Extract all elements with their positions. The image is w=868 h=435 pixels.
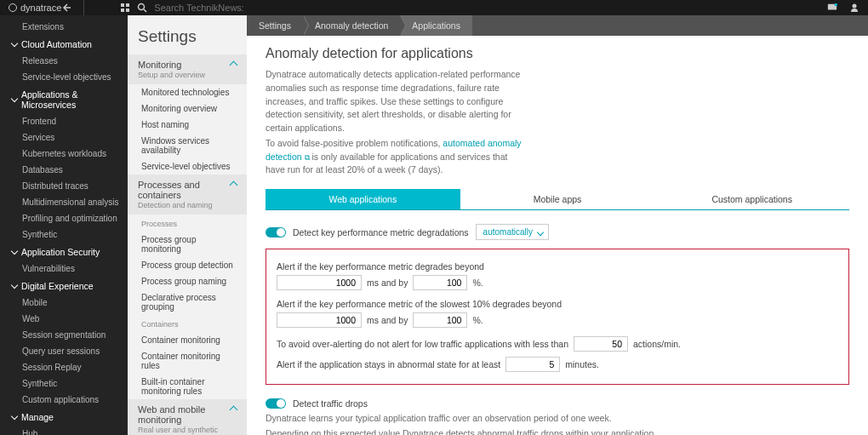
input-minutes[interactable] — [505, 357, 560, 372]
user-icon[interactable] — [849, 3, 859, 13]
search-icon[interactable] — [137, 3, 147, 13]
drops-desc1: Dynatrace learns your typical applicatio… — [266, 412, 849, 426]
nav-item[interactable]: Kubernetes workloads — [0, 146, 128, 162]
svg-line-5 — [144, 9, 146, 12]
subnav-item[interactable]: Built-in container monitoring rules — [128, 374, 247, 399]
subnav-item[interactable]: Process group naming — [128, 273, 247, 289]
label-drops: Detect traffic drops — [293, 398, 368, 409]
back-icon[interactable] — [61, 3, 71, 13]
nav-item[interactable]: Web — [0, 311, 128, 327]
tab-web[interactable]: Web applications — [266, 189, 460, 209]
subnav-item[interactable]: Process group detection — [128, 257, 247, 273]
drops-desc2: Depending on this expected value Dynatra… — [266, 427, 849, 435]
subnav-section-head: Processes — [128, 215, 247, 232]
nav-item[interactable]: Releases — [0, 53, 128, 69]
svg-point-7 — [835, 3, 837, 6]
crumb-applications[interactable]: Applications — [400, 15, 472, 36]
label-kpm: Detect key performance metric degradatio… — [293, 227, 469, 238]
nav-item[interactable]: Multidimensional analysis — [0, 194, 128, 210]
nav-item[interactable]: Frontend — [0, 113, 128, 129]
nav-group[interactable]: Applications & Microservices — [0, 85, 128, 113]
primary-nav: Extensions Cloud AutomationReleasesServi… — [0, 15, 128, 435]
nav-item[interactable]: Services — [0, 129, 128, 146]
input-pct2[interactable] — [413, 312, 467, 328]
subnav-item[interactable]: Service-level objectives — [128, 158, 247, 175]
chevron-down-icon — [12, 247, 17, 257]
chevron-down-icon — [12, 94, 17, 105]
alert2-label: Alert if the key performance metric of t… — [277, 299, 562, 309]
select-kpm-mode[interactable]: automatically — [476, 224, 549, 240]
subnav-group[interactable]: Web and mobile monitoringReal user and s… — [128, 399, 247, 435]
subnav-section-head: Containers — [128, 315, 247, 332]
nav-item[interactable]: Session Replay — [0, 359, 128, 375]
app-tabs: Web applications Mobile apps Custom appl… — [266, 189, 849, 210]
chat-icon[interactable] — [827, 3, 837, 13]
svg-rect-2 — [121, 9, 124, 12]
input-ms2[interactable] — [277, 312, 362, 328]
tab-custom[interactable]: Custom applications — [654, 189, 849, 209]
crumb-anomaly[interactable]: Anomaly detection — [303, 15, 400, 36]
svg-rect-3 — [126, 9, 129, 12]
nav-item[interactable]: Distributed traces — [0, 178, 128, 194]
subnav-item[interactable]: Declarative process grouping — [128, 289, 247, 315]
logo[interactable]: dynatrace — [9, 3, 61, 13]
nav-group[interactable]: Digital Experience — [0, 277, 128, 295]
subnav-group[interactable]: MonitoringSetup and overview — [128, 54, 247, 84]
subnav-item[interactable]: Process group monitoring — [128, 232, 247, 257]
nav-group[interactable]: Manage — [0, 408, 128, 426]
nav-item[interactable]: Service-level objectives — [0, 69, 128, 85]
chevron-down-icon — [12, 39, 17, 49]
subnav-item[interactable]: Host naming — [128, 117, 247, 133]
chevron-icon — [231, 180, 237, 190]
subnav-item[interactable]: Monitored technologies — [128, 84, 247, 100]
nav-item[interactable]: Hub — [0, 426, 128, 435]
threshold-box: Alert if the key performance metric degr… — [266, 249, 849, 385]
settings-subnav: Settings MonitoringSetup and overviewMon… — [128, 15, 247, 435]
nav-item[interactable]: Synthetic — [0, 375, 128, 392]
nav-item[interactable]: Custom applications — [0, 392, 128, 408]
nav-group[interactable]: Cloud Automation — [0, 35, 128, 53]
toggle-drops[interactable] — [266, 398, 286, 409]
nav-item-extensions[interactable]: Extensions — [0, 19, 128, 35]
subnav-item[interactable]: Monitoring overview — [128, 100, 247, 117]
subnav-title: Settings — [128, 15, 247, 54]
nav-item[interactable]: Session segmentation — [0, 327, 128, 343]
input-pct1[interactable] — [413, 275, 467, 290]
page-desc-2: To avoid false-positive problem notifica… — [266, 137, 529, 177]
subnav-item[interactable]: Container monitoring — [128, 332, 247, 348]
page-desc-1: Dynatrace automatically detects applicat… — [266, 68, 529, 135]
nav-item[interactable]: Query user sessions — [0, 343, 128, 359]
crumb-settings[interactable]: Settings — [247, 15, 303, 36]
dashboard-icon[interactable] — [120, 3, 130, 13]
input-actions[interactable] — [574, 336, 628, 352]
nav-group[interactable]: Application Security — [0, 243, 128, 260]
chevron-icon — [231, 404, 237, 415]
svg-point-8 — [853, 4, 857, 9]
nav-item[interactable]: Synthetic — [0, 226, 128, 243]
search-input[interactable] — [154, 3, 273, 13]
breadcrumb: Settings Anomaly detection Applications — [247, 15, 868, 36]
page-title: Anomaly detection for applications — [266, 46, 849, 61]
svg-rect-1 — [126, 3, 129, 7]
input-ms1[interactable] — [277, 275, 362, 290]
alert1-label: Alert if the key performance metric degr… — [277, 261, 484, 272]
subnav-item[interactable]: Container monitoring rules — [128, 348, 247, 374]
chevron-down-icon — [12, 412, 17, 422]
nav-item[interactable]: Vulnerabilities — [0, 260, 128, 277]
subnav-item[interactable]: Windows services availability — [128, 133, 247, 158]
tab-mobile[interactable]: Mobile apps — [460, 189, 655, 209]
svg-rect-0 — [121, 3, 124, 7]
nav-item[interactable]: Profiling and optimization — [0, 210, 128, 226]
toggle-kpm[interactable] — [266, 227, 286, 238]
svg-point-4 — [139, 4, 145, 10]
brand-name: dynatrace — [20, 3, 61, 13]
chevron-icon — [231, 60, 237, 70]
nav-item[interactable]: Mobile — [0, 295, 128, 311]
nav-item[interactable]: Databases — [0, 162, 128, 178]
subnav-group[interactable]: Processes and containersDetection and na… — [128, 175, 247, 215]
logo-icon — [9, 3, 17, 12]
chevron-down-icon — [12, 281, 17, 291]
